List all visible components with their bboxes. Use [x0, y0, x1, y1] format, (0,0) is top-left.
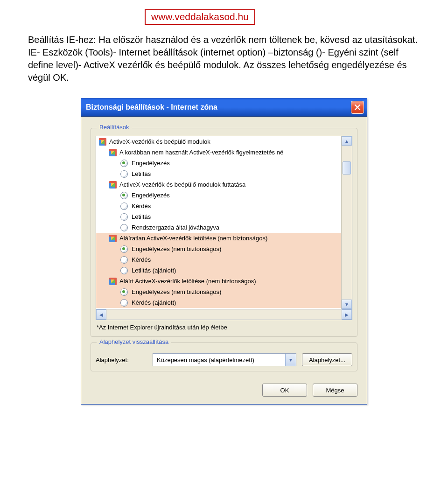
scroll-right-icon[interactable]: ▶ [342, 309, 352, 320]
activex-icon [109, 149, 117, 156]
list-header: ActiveX-vezérlők és beépülő modulok futt… [96, 179, 341, 190]
security-settings-dialog: Biztonsági beállítások - Internet zóna B… [81, 98, 367, 405]
list-option[interactable]: Letiltás (ajánlott) [96, 265, 341, 276]
reset-label: Alaphelyzet: [96, 356, 147, 363]
radio-icon[interactable] [120, 203, 128, 210]
list-item-label: ActiveX-vezérlők és beépülő modulok futt… [119, 182, 245, 188]
titlebar-text: Biztonsági beállítások - Internet zóna [86, 103, 351, 112]
list-item-label: Letiltás (ajánlott) [132, 267, 176, 274]
list-item-label: Kérdés [132, 203, 151, 210]
chevron-down-icon[interactable]: ▼ [285, 354, 296, 366]
radio-icon[interactable] [120, 256, 128, 264]
activex-icon [109, 235, 117, 242]
list-item-label: Kérdés (ajánlott) [132, 300, 176, 306]
ok-button[interactable]: OK [262, 384, 307, 397]
horizontal-scrollbar[interactable]: ◀ ▶ [96, 309, 352, 320]
list-option[interactable]: Letiltás [96, 211, 341, 222]
list-item-label: ActiveX-vezérlők és beépülő modulok [109, 139, 210, 145]
activex-icon [99, 138, 106, 146]
settings-listbox[interactable]: ActiveX-vezérlők és beépülő modulokA kor… [96, 136, 352, 309]
cancel-button[interactable]: Mégse [313, 384, 357, 397]
list-item-label: Engedélyezés [132, 160, 170, 167]
list-item-label: Letiltás [132, 171, 151, 177]
radio-icon[interactable] [120, 299, 128, 307]
list-item-label: Kérdés [132, 257, 151, 263]
list-header: ActiveX-vezérlők és beépülő modulok [96, 136, 341, 147]
list-option[interactable]: Engedélyezés [96, 158, 341, 168]
list-option[interactable]: Engedélyezés (nem biztonságos) [96, 286, 341, 297]
reset-groupbox: Alaphelyzet visszaállítása Alaphelyzet: … [91, 342, 357, 371]
radio-icon[interactable] [120, 267, 128, 274]
radio-icon[interactable] [120, 288, 128, 296]
list-option[interactable]: Rendszergazda által jóváhagyva [96, 222, 341, 233]
close-icon[interactable] [351, 101, 364, 114]
list-header: Aláírt ActiveX-vezérlők letöltése (nem b… [96, 276, 341, 286]
list-item-label: Engedélyezés [132, 192, 170, 199]
settings-groupbox: Beállítások ActiveX-vezérlők és beépülő … [91, 128, 357, 337]
scroll-up-icon[interactable]: ▲ [342, 136, 352, 146]
radio-icon[interactable] [120, 213, 128, 221]
restart-note: *Az Internet Explorer újraindítása után … [97, 324, 351, 331]
reset-level-combo[interactable]: Közepesen magas (alapértelmezett) ▼ [153, 353, 296, 366]
reset-button[interactable]: Alaphelyzet... [302, 353, 352, 366]
list-option[interactable]: Engedélyezés (nem biztonságos) [96, 244, 341, 254]
settings-legend: Beállítások [97, 124, 132, 131]
radio-icon[interactable] [120, 245, 128, 253]
vertical-scrollbar[interactable]: ▲ ▼ [341, 136, 352, 309]
list-item-label: Engedélyezés (nem biztonságos) [132, 289, 221, 295]
radio-icon[interactable] [120, 224, 128, 231]
titlebar[interactable]: Biztonsági beállítások - Internet zóna [81, 98, 367, 117]
reset-legend: Alaphelyzet visszaállítása [97, 338, 171, 345]
radio-icon[interactable] [120, 160, 128, 167]
list-item-label: Engedélyezés (nem biztonságos) [132, 246, 221, 252]
url-box: www.veddalakasod.hu [145, 9, 255, 25]
list-option[interactable]: Kérdés [96, 201, 341, 211]
radio-icon[interactable] [120, 170, 128, 178]
list-item-label: Aláírt ActiveX-vezérlők letöltése (nem b… [119, 278, 256, 285]
combo-value: Közepesen magas (alapértelmezett) [157, 356, 285, 363]
intro-text: Beállítás IE-hez: Ha először használod é… [28, 34, 420, 84]
activex-icon [109, 278, 117, 285]
list-header: A korábban nem használt ActiveX-vezérlők… [96, 147, 341, 158]
list-option[interactable]: Engedélyezés [96, 190, 341, 201]
scroll-thumb[interactable] [343, 161, 351, 175]
scroll-left-icon[interactable]: ◀ [96, 309, 106, 320]
list-item-label: Rendszergazda által jóváhagyva [132, 224, 219, 231]
list-header: Aláíratlan ActiveX-vezérlők letöltése (n… [96, 233, 341, 244]
list-item-label: A korábban nem használt ActiveX-vezérlők… [119, 149, 283, 156]
scroll-down-icon[interactable]: ▼ [342, 300, 352, 309]
list-item-label: Aláíratlan ActiveX-vezérlők letöltése (n… [119, 235, 267, 242]
radio-icon[interactable] [120, 192, 128, 199]
activex-icon [109, 181, 117, 189]
list-item-label: Letiltás [132, 214, 151, 220]
list-option[interactable]: Kérdés (ajánlott) [96, 297, 341, 308]
list-option[interactable]: Letiltás [96, 168, 341, 179]
list-option[interactable]: Kérdés [96, 254, 341, 265]
